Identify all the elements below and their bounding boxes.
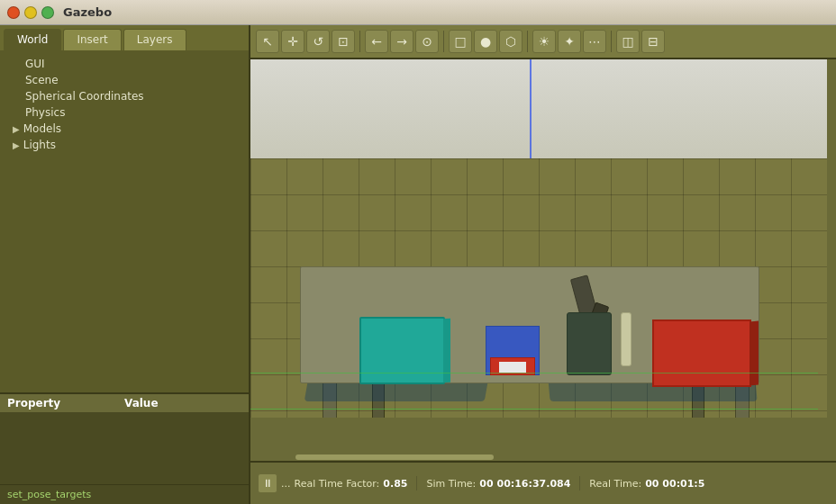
minimize-button[interactable] bbox=[24, 6, 37, 19]
property-rows bbox=[0, 412, 249, 484]
sim-time-label: Sim Time: bbox=[426, 478, 476, 490]
close-button[interactable] bbox=[7, 6, 20, 19]
spot-light-button[interactable]: ⋯ bbox=[583, 30, 606, 53]
small-box-white bbox=[499, 362, 526, 373]
tab-layers[interactable]: Layers bbox=[123, 29, 186, 50]
status-dots: ... bbox=[281, 478, 291, 490]
toolbar-sep-2 bbox=[443, 31, 444, 52]
models-arrow: ▶ bbox=[13, 124, 20, 134]
toolbar: ↖ ✛ ↺ ⊡ ← → ⊙ □ ● ⬡ ☀ ✦ ⋯ ◫ ⊟ bbox=[250, 25, 836, 59]
sphere-shape-button[interactable]: ● bbox=[474, 30, 497, 53]
scale-tool-button[interactable]: ⊡ bbox=[332, 30, 355, 53]
property-col-header: Property bbox=[7, 397, 124, 410]
status-bar: ⏸ ... Real Time Factor: 0.85 Sim Time: 0… bbox=[250, 461, 836, 504]
sidebar-item-models[interactable]: ▶ Models bbox=[0, 121, 249, 137]
select-tool-button[interactable]: ↖ bbox=[256, 30, 279, 53]
maximize-button[interactable] bbox=[41, 6, 54, 19]
sidebar-item-gui[interactable]: GUI bbox=[0, 56, 249, 72]
pause-button[interactable]: ⏸ bbox=[258, 473, 277, 493]
robot-body bbox=[567, 312, 612, 375]
value-col-header: Value bbox=[124, 397, 241, 410]
real-time-factor-label: Real Time Factor: bbox=[295, 478, 380, 490]
status-sep-2 bbox=[579, 476, 580, 490]
lights-arrow: ▶ bbox=[13, 140, 20, 150]
lights-label: Lights bbox=[23, 139, 56, 151]
real-time-value: 00 00:01:5 bbox=[645, 478, 704, 490]
sidebar: World Insert Layers GUI Scene Spherical … bbox=[0, 25, 250, 504]
sidebar-item-scene[interactable]: Scene bbox=[0, 72, 249, 88]
real-time-factor-value: 0.85 bbox=[383, 478, 407, 490]
floor-grid-line-2 bbox=[250, 409, 818, 410]
screenshot-button[interactable]: ◫ bbox=[616, 30, 640, 53]
move-tool-button[interactable]: ✛ bbox=[281, 30, 304, 53]
sidebar-tree: GUI Scene Spherical Coordinates Physics … bbox=[0, 50, 249, 392]
window-title: Gazebo bbox=[63, 5, 112, 19]
viewport-area: ↖ ✛ ↺ ⊡ ← → ⊙ □ ● ⬡ ☀ ✦ ⋯ ◫ ⊟ bbox=[250, 25, 836, 504]
redo-button[interactable]: → bbox=[390, 30, 413, 53]
window-controls bbox=[7, 6, 54, 19]
property-panel: Property Value bbox=[0, 392, 249, 484]
real-time-label: Real Time: bbox=[589, 478, 641, 490]
table-surface bbox=[300, 266, 759, 383]
titlebar: Gazebo bbox=[0, 0, 836, 25]
red-box bbox=[652, 320, 751, 387]
scrollbar-right[interactable] bbox=[827, 59, 836, 461]
sidebar-item-physics[interactable]: Physics bbox=[0, 104, 249, 121]
box-shape-button[interactable]: □ bbox=[449, 30, 472, 53]
cylinder-shape-button[interactable]: ⬡ bbox=[499, 30, 522, 53]
models-label: Models bbox=[23, 122, 61, 135]
rotate-tool-button[interactable]: ↺ bbox=[306, 30, 330, 53]
undo-button[interactable]: ← bbox=[365, 30, 388, 53]
sidebar-item-spherical[interactable]: Spherical Coordinates bbox=[0, 88, 249, 104]
small-box-container bbox=[486, 326, 540, 375]
dir-light-button[interactable]: ✦ bbox=[558, 30, 581, 53]
record-button[interactable]: ⊟ bbox=[641, 30, 665, 53]
3d-viewport[interactable] bbox=[250, 59, 836, 461]
robot-arm bbox=[558, 285, 630, 375]
sky-area bbox=[250, 59, 827, 158]
cyan-box bbox=[359, 317, 445, 384]
main-layout: World Insert Layers GUI Scene Spherical … bbox=[0, 25, 836, 504]
snap-button[interactable]: ⊙ bbox=[415, 30, 439, 53]
floor-grid-line-1 bbox=[250, 373, 818, 374]
floor-area bbox=[250, 158, 827, 418]
sidebar-bottom-label: set_pose_targets bbox=[0, 484, 249, 504]
bottle bbox=[621, 312, 632, 366]
sim-time-value: 00 00:16:37.084 bbox=[479, 478, 570, 490]
toolbar-sep-3 bbox=[527, 31, 528, 52]
sidebar-item-lights[interactable]: ▶ Lights bbox=[0, 137, 249, 153]
scrollbar-bottom[interactable] bbox=[250, 454, 827, 461]
scrollbar-thumb-horizontal[interactable] bbox=[295, 454, 494, 460]
status-sep-1 bbox=[416, 476, 417, 490]
tab-world[interactable]: World bbox=[4, 29, 61, 50]
tab-insert[interactable]: Insert bbox=[63, 29, 121, 50]
tab-bar: World Insert Layers bbox=[0, 25, 249, 50]
toolbar-sep-1 bbox=[359, 31, 360, 52]
point-light-button[interactable]: ☀ bbox=[532, 30, 556, 53]
property-header: Property Value bbox=[0, 394, 249, 412]
axis-line bbox=[530, 59, 532, 160]
toolbar-sep-4 bbox=[611, 31, 612, 52]
